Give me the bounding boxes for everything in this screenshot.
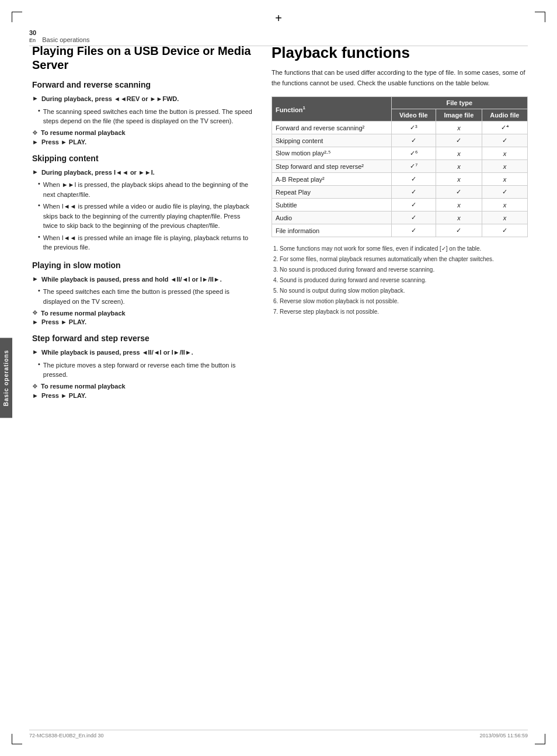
footnotes: Some functions may not work for some fil… xyxy=(271,244,528,317)
td-image: x xyxy=(436,160,482,173)
td-video: ✓⁷ xyxy=(391,160,436,173)
sub-slow-1: • The speed switches each time the butto… xyxy=(38,287,254,306)
footnote-item: Some functions may not work for some fil… xyxy=(280,244,528,254)
td-audio: ✓ xyxy=(482,186,527,199)
press-step: ► Press ► PLAY. xyxy=(32,392,254,399)
footer-left: 72-MCS838-EU0B2_En.indd 30 xyxy=(29,733,104,738)
td-video: ✓ xyxy=(391,173,436,186)
press-step-text: Press ► PLAY. xyxy=(41,392,86,399)
sub-fwd-rev-1: • The scanning speed switches each time … xyxy=(38,107,254,126)
footnotes-list: Some functions may not work for some fil… xyxy=(271,244,528,317)
th-image: Image file xyxy=(436,109,482,122)
diamond-icon: ❖ xyxy=(32,129,38,137)
sub-slow-1-text: The speed switches each time the button … xyxy=(43,287,254,306)
diamond-slow-icon: ❖ xyxy=(32,309,38,317)
td-function: Repeat Play xyxy=(272,186,392,199)
td-function: A-B Repeat play² xyxy=(272,173,392,186)
td-audio: ✓ xyxy=(482,224,527,237)
th-filetype: File type xyxy=(391,97,527,109)
td-image: x xyxy=(436,147,482,160)
header-section: Basic operations xyxy=(42,36,89,43)
td-video: ✓⁶ xyxy=(391,147,436,160)
table-row: Audio✓xx xyxy=(272,211,528,224)
resume-fwd-rev: ❖ To resume normal playback xyxy=(32,129,254,137)
td-image: ✓ xyxy=(436,224,482,237)
corner-mark-bl xyxy=(12,734,22,744)
sub-skip-2-text: When I◄◄ is pressed while a video or aud… xyxy=(43,202,254,231)
sub-dot-icon: • xyxy=(38,107,40,114)
press-fwd-rev: ► Press ► PLAY. xyxy=(32,138,254,145)
td-image: x xyxy=(436,211,482,224)
footer-right: 2013/09/05 11:56:59 xyxy=(479,733,528,738)
td-function: Step forward and step reverse² xyxy=(272,160,392,173)
resume-step-label: To resume normal playback xyxy=(41,383,126,390)
td-image: x xyxy=(436,173,482,186)
td-function: File information xyxy=(272,224,392,237)
th-video: Video file xyxy=(391,109,436,122)
subsection-slow-motion: Playing in slow motion xyxy=(32,261,254,270)
diamond-step-icon: ❖ xyxy=(32,383,38,390)
footnote-item: No sound is output during slow motion pl… xyxy=(280,286,528,296)
table-body: Forward and reverse scanning²✓³x✓⁴Skippi… xyxy=(272,122,528,237)
table-row: Repeat Play✓✓✓ xyxy=(272,186,528,199)
press-fwd-rev-text: Press ► PLAY. xyxy=(41,138,86,145)
sub-dot-skip3-icon: • xyxy=(38,233,40,240)
left-column: Playing Files on a USB Device or Media S… xyxy=(32,44,254,721)
sub-skip-3-text: When I◄◄ is pressed while an image file … xyxy=(43,233,254,252)
pb-description: The functions that can be used differ ac… xyxy=(271,68,528,88)
bullet-fwd-rev-text: During playback, press ◄◄REV or ►►FWD. xyxy=(41,94,179,104)
press-slow-arrow-icon: ► xyxy=(32,318,39,325)
crosshair-top xyxy=(275,12,282,25)
corner-mark-tl xyxy=(12,12,22,22)
td-video: ✓ xyxy=(391,224,436,237)
corner-mark-tr xyxy=(535,12,545,22)
sub-dot-slow-icon: • xyxy=(38,287,40,294)
table-row: Forward and reverse scanning²✓³x✓⁴ xyxy=(272,122,528,134)
sub-fwd-rev-text: The scanning speed switches each time th… xyxy=(43,107,254,126)
table-header-row: Function1 File type xyxy=(272,97,528,109)
table-row: Skipping content✓✓✓ xyxy=(272,134,528,147)
sub-step-1: • The picture moves a step forward or re… xyxy=(38,360,254,380)
resume-fwd-rev-label: To resume normal playback xyxy=(41,129,126,136)
main-content: Playing Files on a USB Device or Media S… xyxy=(32,44,528,721)
td-audio: x xyxy=(482,173,527,186)
table-row: File information✓✓✓ xyxy=(272,224,528,237)
sub-skip-1: • When ►►I is pressed, the playback skip… xyxy=(38,180,254,199)
bullet-step: ► While playback is paused, press ◄II/◄I… xyxy=(32,348,254,358)
td-video: ✓ xyxy=(391,134,436,147)
td-image: x xyxy=(436,122,482,134)
bullet-slow-text: While playback is paused, press and hold… xyxy=(41,275,222,285)
footer-bar: 72-MCS838-EU0B2_En.indd 30 2013/09/05 11… xyxy=(29,730,528,738)
td-audio: x xyxy=(482,160,527,173)
bullet-fwd-rev: ► During playback, press ◄◄REV or ►►FWD. xyxy=(32,94,254,104)
td-function: Skipping content xyxy=(272,134,392,147)
bullet-slow: ► While playback is paused, press and ho… xyxy=(32,275,254,285)
sub-dot-skip1-icon: • xyxy=(38,180,40,187)
footnote-item: Reverse step playback is not possible. xyxy=(280,307,528,317)
bullet-slow-arrow-icon: ► xyxy=(32,275,39,282)
td-video: ✓ xyxy=(391,199,436,211)
table-row: Subtitle✓xx xyxy=(272,199,528,211)
resume-step: ❖ To resume normal playback xyxy=(32,383,254,390)
left-section-title: Playing Files on a USB Device or Media S… xyxy=(32,44,254,72)
subsection-forward-reverse: Forward and reverse scanning xyxy=(32,80,254,89)
td-function: Audio xyxy=(272,211,392,224)
td-image: ✓ xyxy=(436,186,482,199)
td-audio: x xyxy=(482,199,527,211)
footnote-item: Reverse slow motion playback is not poss… xyxy=(280,297,528,306)
page: Basic operations 30 En Basic operations … xyxy=(0,0,557,756)
bullet-step-text: While playback is paused, press ◄II/◄I o… xyxy=(41,348,193,358)
sub-dot-skip2-icon: • xyxy=(38,202,40,209)
td-image: x xyxy=(436,199,482,211)
sub-dot-step-icon: • xyxy=(38,360,40,367)
td-video: ✓³ xyxy=(391,122,436,134)
side-tab: Basic operations xyxy=(0,338,12,418)
td-audio: x xyxy=(482,211,527,224)
bullet-step-arrow-icon: ► xyxy=(32,348,39,355)
subsection-skipping: Skipping content xyxy=(32,154,254,163)
bullet-skipping-text: During playback, press I◄◄ or ►►I. xyxy=(41,168,155,178)
sub-skip-1-text: When ►►I is pressed, the playback skips … xyxy=(43,180,254,199)
press-slow-text: Press ► PLAY. xyxy=(41,318,86,325)
bullet-skip-arrow-icon: ► xyxy=(32,168,39,175)
sub-skip-2: • When I◄◄ is pressed while a video or a… xyxy=(38,202,254,231)
